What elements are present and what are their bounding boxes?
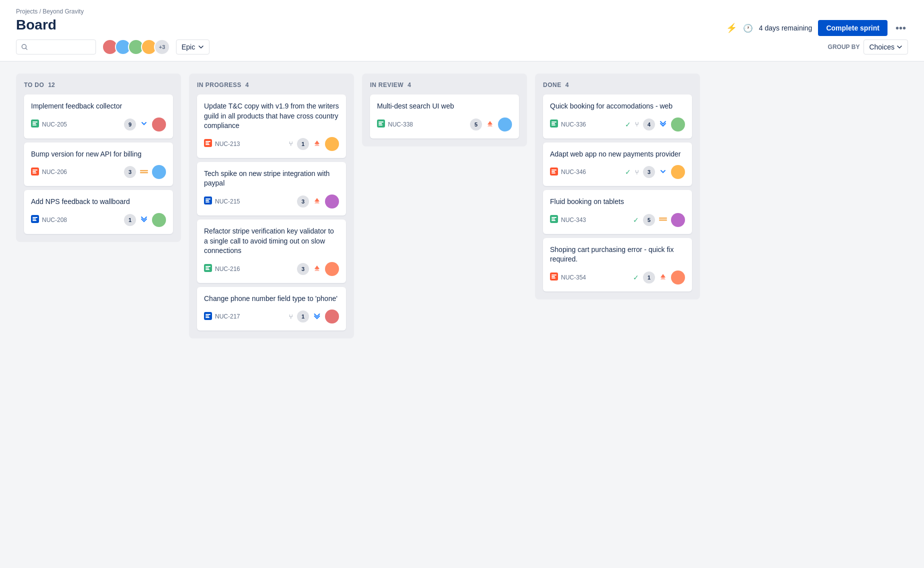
- svg-rect-29: [206, 314, 210, 315]
- priority-icon: [313, 196, 321, 206]
- card[interactable]: Adapt web app no new payments providerNU…: [543, 142, 692, 186]
- card-footer: NUC-2059: [31, 118, 166, 132]
- svg-rect-10: [140, 170, 148, 172]
- column-inprogress: IN PROGRESS4Update T&C copy with v1.9 fr…: [189, 74, 354, 338]
- ticket-id: NUC-343: [561, 216, 586, 224]
- card-footer: NUC-213⑂1: [204, 137, 339, 151]
- card-right: ✓5: [633, 213, 685, 227]
- board-area: TO DO12Implement feedback collectorNUC-2…: [0, 62, 924, 350]
- card[interactable]: Refactor stripe verification key validat…: [197, 220, 346, 283]
- card-footer: NUC-2153: [204, 194, 339, 208]
- priority-icon: [659, 215, 667, 224]
- svg-rect-26: [206, 268, 209, 268]
- avatar: [325, 310, 339, 324]
- priority-icon: [140, 215, 148, 224]
- svg-rect-5: [32, 124, 36, 126]
- card-right: 3: [297, 194, 339, 208]
- column-header: IN PROGRESS4: [197, 82, 346, 88]
- card-footer: NUC-354✓1: [550, 270, 685, 284]
- svg-rect-39: [552, 124, 556, 126]
- card-right: ⑂1: [289, 137, 339, 151]
- svg-rect-14: [32, 218, 36, 220]
- ticket-id: NUC-205: [42, 121, 67, 128]
- svg-rect-25: [206, 266, 210, 267]
- svg-rect-18: [206, 142, 209, 144]
- card[interactable]: Fluid booking on tabletsNUC-343✓5: [543, 190, 692, 234]
- svg-rect-45: [552, 217, 556, 218]
- card-title: Add NPS feedback to wallboard: [31, 197, 166, 207]
- card-meta: NUC-354: [550, 272, 586, 282]
- svg-rect-7: [32, 170, 38, 170]
- search-input[interactable]: [30, 43, 90, 51]
- story-point-badge: 1: [297, 138, 309, 150]
- svg-rect-53: [552, 278, 556, 278]
- card[interactable]: Add NPS feedback to wallboardNUC-2081: [24, 190, 173, 234]
- svg-rect-9: [32, 172, 36, 174]
- card-meta: NUC-346: [550, 168, 586, 177]
- avatar: [671, 213, 685, 227]
- card-title: Shoping cart purchasing error - quick fi…: [550, 245, 685, 264]
- svg-rect-4: [32, 123, 36, 124]
- card-meta: NUC-206: [31, 168, 67, 177]
- ticket-id: NUC-216: [215, 266, 240, 272]
- card-meta: NUC-343: [550, 215, 586, 224]
- column-header: TO DO12: [24, 82, 173, 88]
- svg-rect-17: [206, 141, 210, 142]
- avatar: [325, 137, 339, 151]
- card-meta: NUC-205: [31, 120, 67, 129]
- ticket-id: NUC-338: [388, 121, 413, 128]
- card-title: Change phone number field type to 'phone…: [204, 294, 339, 304]
- priority-icon: [313, 139, 321, 148]
- complete-sprint-button[interactable]: Complete sprint: [818, 20, 888, 36]
- avatar: [498, 118, 512, 132]
- column-title: IN PROGRESS: [197, 82, 242, 88]
- search-box[interactable]: [16, 40, 96, 54]
- card[interactable]: Bump version for new API for billingNUC-…: [24, 142, 173, 186]
- svg-rect-38: [552, 123, 555, 124]
- ticket-icon: [31, 120, 39, 129]
- choices-dropdown[interactable]: Choices: [864, 40, 908, 54]
- more-actions-button[interactable]: •••: [894, 20, 908, 36]
- card-right: 3: [124, 165, 166, 179]
- column-header: DONE4: [543, 82, 692, 88]
- card[interactable]: Tech spike on new stripe integration wit…: [197, 162, 346, 216]
- card-title: Adapt web app no new payments provider: [550, 150, 685, 160]
- svg-rect-13: [32, 217, 38, 218]
- avatar: [671, 270, 685, 284]
- card-right: 3: [297, 262, 339, 276]
- card-footer: NUC-336✓⑂4: [550, 118, 685, 132]
- story-point-badge: 9: [124, 118, 136, 130]
- avatar: [671, 165, 685, 179]
- avatar: [325, 262, 339, 276]
- card[interactable]: Shoping cart purchasing error - quick fi…: [543, 238, 692, 292]
- clock-icon: 🕐: [743, 24, 753, 33]
- card-right: ✓1: [633, 270, 685, 284]
- card-footer: NUC-3385: [377, 118, 512, 132]
- ticket-icon: [31, 168, 39, 177]
- card-meta: NUC-208: [31, 215, 67, 224]
- epic-filter-button[interactable]: Epic: [176, 40, 210, 54]
- card-footer: NUC-2163: [204, 262, 339, 276]
- card[interactable]: Change phone number field type to 'phone…: [197, 287, 346, 331]
- check-icon: ✓: [625, 120, 631, 128]
- column-todo: TO DO12Implement feedback collectorNUC-2…: [16, 74, 181, 242]
- svg-rect-22: [206, 200, 209, 201]
- card[interactable]: Multi-dest search UI webNUC-3385: [370, 94, 519, 138]
- lightning-icon: ⚡: [726, 22, 737, 34]
- priority-icon: [313, 264, 321, 274]
- ticket-id: NUC-215: [215, 198, 240, 205]
- card[interactable]: Update T&C copy with v1.9 from the write…: [197, 94, 346, 158]
- card-meta: NUC-215: [204, 196, 240, 206]
- card-title: Update T&C copy with v1.9 from the write…: [204, 102, 339, 131]
- column-count: 4: [408, 82, 411, 88]
- card-title: Implement feedback collector: [31, 102, 166, 112]
- card-title: Multi-dest search UI web: [377, 102, 512, 112]
- card-title: Tech spike on new stripe integration wit…: [204, 169, 339, 188]
- svg-rect-41: [552, 170, 556, 170]
- card[interactable]: Implement feedback collectorNUC-2059: [24, 94, 173, 138]
- svg-rect-27: [206, 269, 210, 270]
- svg-rect-48: [659, 218, 667, 219]
- svg-rect-49: [659, 220, 667, 221]
- card[interactable]: Quick booking for accomodations - webNUC…: [543, 94, 692, 138]
- card-meta: NUC-336: [550, 120, 586, 129]
